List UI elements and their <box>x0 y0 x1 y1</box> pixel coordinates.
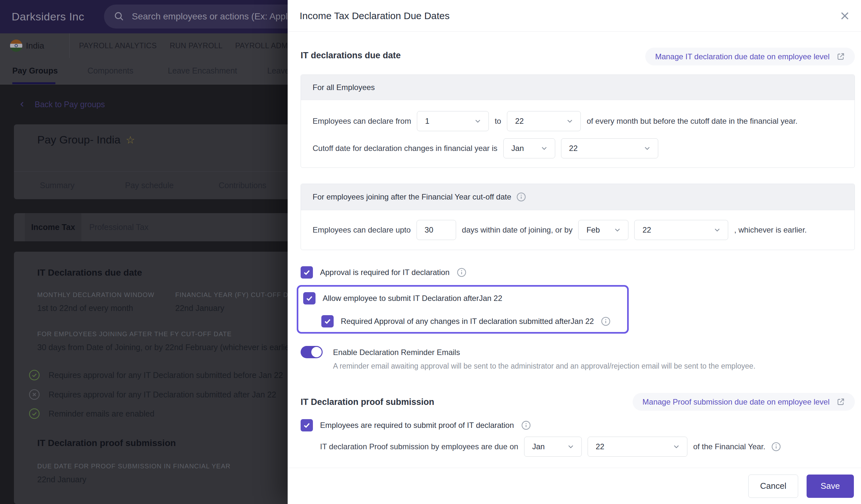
for-all-employees-section: For all Employees Employees can declare … <box>301 74 855 168</box>
monthly-window-label: MONTHLY DECLARATION WINDOW <box>37 291 154 299</box>
joining-after-value: 30 days from Date of Joining, or by 22nd… <box>37 343 295 352</box>
it-declarations-due-date-heading: IT declarations due date <box>301 51 401 60</box>
india-flag-icon <box>10 40 22 52</box>
proof-due-row: IT declaration Proof submission by emplo… <box>320 437 781 457</box>
back-link[interactable]: Back to Pay groups <box>18 97 105 111</box>
chevron-down-icon <box>565 117 574 125</box>
highlight-box: Allow employee to submit IT Declaration … <box>297 285 629 333</box>
active-tab-underline <box>12 82 55 84</box>
allow-submit-checkbox[interactable] <box>303 292 315 304</box>
it-declarations-heading: IT Declarations due date <box>37 268 142 278</box>
approval-required-row: Approval is required for IT declaration <box>301 266 466 278</box>
manage-proof-link[interactable]: Manage Proof submission due date on empl… <box>633 393 855 411</box>
info-icon[interactable] <box>457 268 466 277</box>
country-label: India <box>26 41 44 51</box>
close-button[interactable] <box>838 9 852 23</box>
proof-required-row: Employees are required to submit proof o… <box>301 419 531 432</box>
tab-contributions[interactable]: Contributions <box>219 172 266 199</box>
joining-declare-row: Employees can declare upto 30 days withi… <box>313 220 843 240</box>
status-after-cutoff: Requires approval for any IT Declaration… <box>28 389 276 400</box>
x-circle-icon <box>28 389 40 400</box>
proof-required-checkbox[interactable] <box>301 419 313 432</box>
proof-submission-heading: IT Declaration proof submission <box>301 397 434 407</box>
close-icon <box>839 10 850 22</box>
tab-pay-groups[interactable]: Pay Groups <box>12 58 58 83</box>
reminder-toggle-label: Enable Declaration Reminder Emails <box>333 348 460 357</box>
declare-upto-input[interactable]: 30 <box>416 220 456 240</box>
nav-item-payroll-analytics[interactable]: PAYROLL ANALYTICS <box>79 33 157 58</box>
chevron-left-icon <box>18 100 26 109</box>
tab-leave[interactable]: Leave <box>267 58 289 83</box>
tab-leave-encashment[interactable]: Leave Encashment <box>168 58 237 83</box>
search-icon <box>114 11 125 22</box>
proof-month-select[interactable]: Jan <box>524 437 582 457</box>
external-link-icon <box>836 397 845 407</box>
modal-header: Income Tax Declaration Due Dates <box>288 0 861 32</box>
joining-month-select[interactable]: Feb <box>578 220 628 240</box>
fy-cutoff-label: FINANCIAL YEAR (FY) CUT-OFF DATE <box>175 291 301 299</box>
approval-required-checkbox[interactable] <box>301 266 313 278</box>
external-link-icon <box>836 52 845 61</box>
manage-it-declaration-link[interactable]: Manage IT declaration due date on employ… <box>645 47 855 65</box>
proof-day-select[interactable]: 22 <box>588 437 687 457</box>
chevron-down-icon <box>643 144 652 152</box>
section-header: For all Employees <box>301 75 855 100</box>
proof-due-label: DUE DATE FOR PROOF SUBMISSION IN FINANCI… <box>37 463 231 470</box>
required-approval-row: Required Approval of any changes in IT d… <box>321 315 611 327</box>
income-tax-declaration-modal: Income Tax Declaration Due Dates IT decl… <box>288 0 861 504</box>
required-approval-checkbox[interactable] <box>321 315 334 327</box>
proof-due-value: 22nd January <box>37 475 86 484</box>
joining-day-select[interactable]: 22 <box>634 220 728 240</box>
declare-from-select[interactable]: 1 <box>417 111 489 131</box>
check-circle-icon <box>28 408 40 420</box>
joining-after-label: FOR EMPLOYEES JOINING AFTER THE FY CUT-O… <box>37 330 232 338</box>
company-name: Darksiders Inc <box>12 0 84 33</box>
tab-summary[interactable]: Summary <box>40 172 74 199</box>
info-icon[interactable] <box>601 316 611 326</box>
tab-income-tax[interactable]: Income Tax <box>25 213 81 241</box>
tab-components[interactable]: Components <box>87 58 134 83</box>
chevron-down-icon <box>566 442 575 451</box>
reminder-toggle[interactable] <box>301 346 323 358</box>
joining-after-fy-section: For employees joining after the Financia… <box>301 183 855 250</box>
modal-footer: Cancel Save <box>288 468 861 504</box>
back-link-label: Back to Pay groups <box>35 100 105 109</box>
nav-item-run-payroll[interactable]: RUN PAYROLL <box>170 33 222 58</box>
proof-submission-heading: IT Declaration proof submission <box>37 438 176 448</box>
status-before-cutoff: Requires approval for any IT Declaration… <box>28 369 283 381</box>
chevron-down-icon <box>540 144 548 152</box>
check-circle-icon <box>28 369 40 381</box>
country-selector[interactable]: India <box>0 33 70 58</box>
fy-cutoff-value: 22nd January <box>175 303 224 313</box>
chevron-down-icon <box>474 117 482 125</box>
info-icon[interactable] <box>516 192 526 202</box>
cutoff-month-select[interactable]: Jan <box>503 138 555 159</box>
tab-professional-tax[interactable]: Professional Tax <box>81 213 156 241</box>
screen: Darksiders Inc Search employees or actio… <box>0 0 861 504</box>
info-icon[interactable] <box>771 442 781 451</box>
allow-submit-row: Allow employee to submit IT Declaration … <box>303 292 502 304</box>
cutoff-date-row: Cutoff date for declaration changes in f… <box>313 138 843 159</box>
section-header: For employees joining after the Financia… <box>301 184 855 210</box>
status-reminder-enabled: Reminder emails are enabled <box>28 408 154 420</box>
cancel-button[interactable]: Cancel <box>748 475 798 498</box>
nav-item-payroll-admin[interactable]: PAYROLL ADMIN <box>235 33 296 58</box>
cutoff-day-select[interactable]: 22 <box>561 138 658 159</box>
chevron-down-icon <box>713 226 721 234</box>
declare-to-select[interactable]: 22 <box>507 111 581 131</box>
star-icon[interactable]: ☆ <box>126 134 135 146</box>
chevron-down-icon <box>613 226 621 234</box>
reminder-toggle-desc: A reminder email awaiting approval will … <box>333 362 755 370</box>
chevron-down-icon <box>672 442 681 451</box>
declare-window-row: Employees can declare from 1 to 22 of ev… <box>313 111 843 131</box>
info-icon[interactable] <box>521 420 531 430</box>
tab-pay-schedule[interactable]: Pay schedule <box>125 172 174 199</box>
monthly-window-value: 1st to 22nd of every month <box>37 303 133 313</box>
save-button[interactable]: Save <box>807 475 854 498</box>
modal-title: Income Tax Declaration Due Dates <box>300 0 450 31</box>
chevron-down-icon <box>51 42 59 50</box>
page-title: Pay Group- India ☆ <box>37 134 135 146</box>
